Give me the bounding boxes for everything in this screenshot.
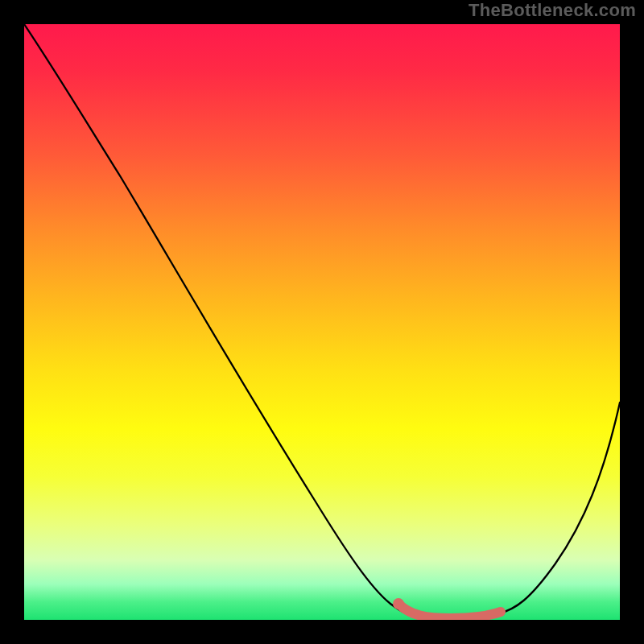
plot-area	[24, 24, 620, 620]
chart-svg	[24, 24, 620, 620]
highlight-segment	[398, 604, 501, 618]
bottleneck-curve	[24, 24, 620, 617]
watermark-text: TheBottleneck.com	[469, 0, 636, 21]
highlight-start-marker	[393, 598, 404, 609]
chart-frame: TheBottleneck.com	[0, 0, 644, 644]
